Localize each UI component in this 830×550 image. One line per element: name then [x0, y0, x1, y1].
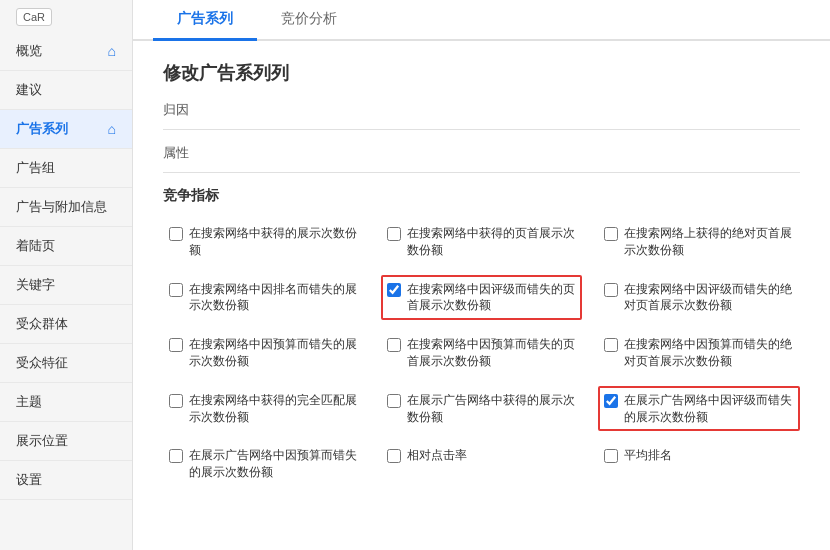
checkbox-label-cb10: 在搜索网络中获得的完全匹配展示次数份额 [189, 392, 359, 426]
checkbox-item-cb3[interactable]: 在搜索网络上获得的绝对页首展示次数份额 [598, 219, 800, 265]
content-area: 修改广告系列列 归因 属性 竞争指标 在搜索网络中获得的展示次数份额在搜索网络中… [133, 41, 830, 550]
sidebar-label-theme: 主题 [16, 393, 42, 411]
divider-2 [163, 172, 800, 173]
checkbox-cb6[interactable] [604, 283, 618, 297]
sidebar-label-audience-group: 受众群体 [16, 315, 68, 333]
checkbox-cb4[interactable] [169, 283, 183, 297]
checkbox-label-cb9: 在搜索网络中因预算而错失的绝对页首展示次数份额 [624, 336, 794, 370]
checkbox-item-cb9[interactable]: 在搜索网络中因预算而错失的绝对页首展示次数份额 [598, 330, 800, 376]
sidebar-item-landing[interactable]: 着陆页 [0, 227, 132, 266]
checkbox-label-cb15: 平均排名 [624, 447, 672, 464]
sidebar-item-audience-trait[interactable]: 受众特征 [0, 344, 132, 383]
sidebar: CaR 概览 ⌂ 建议 广告系列 ⌂ 广告组 广告与附加信息 着陆页 关键字 受… [0, 0, 133, 550]
tab-bar: 广告系列 竞价分析 [133, 0, 830, 41]
tab-ad-series[interactable]: 广告系列 [153, 0, 257, 41]
sidebar-label-display-pos: 展示位置 [16, 432, 68, 450]
checkbox-label-cb3: 在搜索网络上获得的绝对页首展示次数份额 [624, 225, 794, 259]
sidebar-item-ad-group[interactable]: 广告组 [0, 149, 132, 188]
checkbox-label-cb6: 在搜索网络中因评级而错失的绝对页首展示次数份额 [624, 281, 794, 315]
checkbox-label-cb11: 在展示广告网络中获得的展示次数份额 [407, 392, 577, 426]
competition-title: 竞争指标 [163, 187, 800, 205]
checkbox-cb8[interactable] [387, 338, 401, 352]
sidebar-item-keyword[interactable]: 关键字 [0, 266, 132, 305]
home-icon-ad-series: ⌂ [108, 121, 116, 137]
sidebar-item-theme[interactable]: 主题 [0, 383, 132, 422]
divider-1 [163, 129, 800, 130]
checkbox-cb10[interactable] [169, 394, 183, 408]
checkbox-label-cb1: 在搜索网络中获得的展示次数份额 [189, 225, 359, 259]
checkbox-cb2[interactable] [387, 227, 401, 241]
checkbox-item-cb10[interactable]: 在搜索网络中获得的完全匹配展示次数份额 [163, 386, 365, 432]
checkbox-item-cb8[interactable]: 在搜索网络中因预算而错失的页首展示次数份额 [381, 330, 583, 376]
sidebar-item-settings[interactable]: 设置 [0, 461, 132, 500]
sidebar-label-settings: 设置 [16, 471, 42, 489]
checkbox-cb13[interactable] [169, 449, 183, 463]
checkbox-cb3[interactable] [604, 227, 618, 241]
car-badge: CaR [16, 8, 52, 26]
checkbox-cb14[interactable] [387, 449, 401, 463]
checkbox-label-cb7: 在搜索网络中因预算而错失的展示次数份额 [189, 336, 359, 370]
home-icon-overview: ⌂ [108, 43, 116, 59]
sidebar-label-audience-trait: 受众特征 [16, 354, 68, 372]
sidebar-label-ad-group: 广告组 [16, 159, 55, 177]
checkbox-label-cb5: 在搜索网络中因评级而错失的页首展示次数份额 [407, 281, 577, 315]
sidebar-item-overview[interactable]: 概览 ⌂ [0, 32, 132, 71]
sub-label: 归因 [163, 101, 800, 119]
checkbox-cb15[interactable] [604, 449, 618, 463]
checkbox-cb1[interactable] [169, 227, 183, 241]
sidebar-item-ad-series[interactable]: 广告系列 ⌂ [0, 110, 132, 149]
sidebar-label-overview: 概览 [16, 42, 42, 60]
main-area: 广告系列 竞价分析 修改广告系列列 归因 属性 竞争指标 在搜索网络中获得的展示… [133, 0, 830, 550]
checkbox-item-cb4[interactable]: 在搜索网络中因排名而错失的展示次数份额 [163, 275, 365, 321]
checkbox-cb11[interactable] [387, 394, 401, 408]
sidebar-label-landing: 着陆页 [16, 237, 55, 255]
checkbox-item-cb15[interactable]: 平均排名 [598, 441, 800, 487]
checkbox-label-cb8: 在搜索网络中因预算而错失的页首展示次数份额 [407, 336, 577, 370]
sidebar-item-ad-attach[interactable]: 广告与附加信息 [0, 188, 132, 227]
checkbox-cb9[interactable] [604, 338, 618, 352]
car-badge-section: CaR [0, 0, 132, 32]
checkbox-cb7[interactable] [169, 338, 183, 352]
sidebar-item-audience-group[interactable]: 受众群体 [0, 305, 132, 344]
checkbox-item-cb7[interactable]: 在搜索网络中因预算而错失的展示次数份额 [163, 330, 365, 376]
checkbox-label-cb14: 相对点击率 [407, 447, 467, 464]
checkbox-label-cb2: 在搜索网络中获得的页首展示次数份额 [407, 225, 577, 259]
sidebar-label-keyword: 关键字 [16, 276, 55, 294]
checkbox-item-cb11[interactable]: 在展示广告网络中获得的展示次数份额 [381, 386, 583, 432]
checkbox-item-cb14[interactable]: 相对点击率 [381, 441, 583, 487]
sidebar-label-ad-series: 广告系列 [16, 120, 68, 138]
checkbox-item-cb13[interactable]: 在展示广告网络中因预算而错失的展示次数份额 [163, 441, 365, 487]
checkbox-label-cb4: 在搜索网络中因排名而错失的展示次数份额 [189, 281, 359, 315]
sidebar-label-suggestion: 建议 [16, 81, 42, 99]
checkbox-item-cb6[interactable]: 在搜索网络中因评级而错失的绝对页首展示次数份额 [598, 275, 800, 321]
checkbox-grid: 在搜索网络中获得的展示次数份额在搜索网络中获得的页首展示次数份额在搜索网络上获得… [163, 219, 800, 487]
section-label: 属性 [163, 144, 800, 162]
tab-bid-analysis[interactable]: 竞价分析 [257, 0, 361, 41]
checkbox-label-cb13: 在展示广告网络中因预算而错失的展示次数份额 [189, 447, 359, 481]
sidebar-item-suggestion[interactable]: 建议 [0, 71, 132, 110]
checkbox-item-cb12[interactable]: 在展示广告网络中因评级而错失的展示次数份额 [598, 386, 800, 432]
checkbox-cb5[interactable] [387, 283, 401, 297]
sidebar-item-display-pos[interactable]: 展示位置 [0, 422, 132, 461]
checkbox-item-cb1[interactable]: 在搜索网络中获得的展示次数份额 [163, 219, 365, 265]
checkbox-item-cb5[interactable]: 在搜索网络中因评级而错失的页首展示次数份额 [381, 275, 583, 321]
page-title: 修改广告系列列 [163, 61, 800, 85]
checkbox-label-cb12: 在展示广告网络中因评级而错失的展示次数份额 [624, 392, 794, 426]
checkbox-item-cb2[interactable]: 在搜索网络中获得的页首展示次数份额 [381, 219, 583, 265]
checkbox-cb12[interactable] [604, 394, 618, 408]
sidebar-label-ad-attach: 广告与附加信息 [16, 198, 107, 216]
